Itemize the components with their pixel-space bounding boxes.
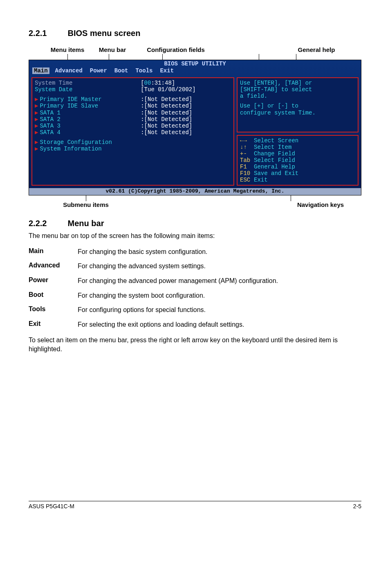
bios-tab-exit[interactable]: Exit [160, 67, 181, 74]
page-footer: ASUS P5G41C-M 2-5 [29, 503, 361, 509]
footer-rule [29, 501, 361, 501]
definition-term: Advanced [29, 262, 78, 271]
definition-term: Power [29, 276, 78, 285]
nav-key: F10 [240, 170, 254, 177]
nav-key: ESC [240, 177, 254, 183]
bios-tab-advanced[interactable]: Advanced [55, 67, 90, 74]
value-primary-ide-slave: :[Not Detected] [141, 103, 192, 109]
nav-text: Save and Exit [254, 170, 298, 177]
row-sata-1[interactable]: ▶SATA 1 [35, 110, 141, 116]
value-sata-3: :[Not Detected] [141, 123, 192, 129]
bios-title: BIOS SETUP UTILITY [29, 60, 361, 67]
submenu-arrow-icon: ▶ [35, 123, 38, 129]
bios-figure: Menu items Menu bar Configuration fields… [29, 46, 361, 208]
bios-tab-tools[interactable]: Tools [135, 67, 160, 74]
annotation-ticks-top [45, 54, 361, 60]
heading-title: BIOS menu screen [68, 29, 141, 38]
definition-term: Exit [29, 320, 78, 329]
bios-tab-power[interactable]: Power [90, 67, 114, 74]
nav-text: Change Field [254, 150, 295, 157]
heading-2-2-1: 2.2.1 BIOS menu screen [29, 29, 361, 38]
row-primary-ide-master[interactable]: ▶Primary IDE Master [35, 96, 141, 103]
help-line: Use [ENTER], [TAB] or [240, 80, 355, 86]
row-sata-3[interactable]: ▶SATA 3 [35, 123, 141, 129]
help-line: Use [+] or [-] to [240, 103, 355, 109]
nav-key: ←→ [240, 137, 254, 144]
label-system-time: System Time [35, 80, 141, 86]
submenu-arrow-icon: ▶ [35, 139, 38, 146]
annotation-submenu-items: Submenu items [45, 201, 127, 208]
heading-2-2-2: 2.2.2 Menu bar [29, 219, 361, 228]
definition-desc: For changing the advanced system setting… [78, 262, 361, 271]
definition-desc: For changing the basic system configurat… [78, 247, 361, 256]
value-primary-ide-master: :[Not Detected] [141, 96, 192, 103]
definition-row: Advanced For changing the advanced syste… [29, 259, 361, 274]
annotation-general-help: General help [271, 46, 361, 53]
nav-key: ↓↑ [240, 144, 254, 150]
help-line: configure system Time. [240, 110, 355, 116]
nav-text: Exit [254, 177, 268, 183]
bios-body: System Time [00:31:48] System Date [Tue … [29, 75, 361, 188]
submenu-arrow-icon: ▶ [35, 146, 38, 152]
annotation-menu-items: Menu items [45, 46, 90, 53]
label-system-date: System Date [35, 86, 141, 93]
bios-screen: BIOS SETUP UTILITY Main Advanced Power B… [29, 60, 361, 195]
row-sata-4[interactable]: ▶SATA 4 [35, 129, 141, 136]
bios-main-panel: System Time [00:31:48] System Date [Tue … [31, 77, 234, 186]
nav-text: Select Item [254, 144, 291, 150]
nav-key: Tab [240, 157, 254, 164]
annotation-config-fields: Configuration fields [135, 46, 217, 53]
submenu-arrow-icon: ▶ [35, 129, 38, 136]
help-line: [SHIFT-TAB] to select [240, 86, 355, 93]
bios-copyright-footer: v02.61 (C)Copyright 1985-2009, American … [29, 188, 361, 195]
definition-desc: For changing the advanced power manageme… [78, 276, 361, 285]
menu-bar-definitions: Main For changing the basic system confi… [29, 245, 361, 332]
definition-term: Tools [29, 305, 78, 314]
nav-key: F1 [240, 164, 254, 170]
footer-left: ASUS P5G41C-M [29, 503, 74, 509]
nav-key: +- [240, 150, 254, 157]
definition-row: Power For changing the advanced power ma… [29, 274, 361, 288]
bios-right-column: Use [ENTER], [TAB] or [SHIFT-TAB] to sel… [237, 77, 359, 186]
submenu-arrow-icon: ▶ [35, 116, 38, 123]
submenu-arrow-icon: ▶ [35, 96, 38, 103]
value-system-date[interactable]: [Tue 01/08/2002] [141, 86, 195, 93]
row-primary-ide-slave[interactable]: ▶Primary IDE Slave [35, 103, 141, 109]
annotation-row-top: Menu items Menu bar Configuration fields… [45, 46, 361, 53]
document-page: 2.2.1 BIOS menu screen Menu items Menu b… [0, 0, 390, 522]
annotation-menu-bar: Menu bar [90, 46, 135, 53]
value-system-time[interactable]: [00:31:48] [141, 80, 175, 86]
nav-text: General Help [254, 164, 295, 170]
annotation-nav-keys: Navigation keys [280, 201, 361, 208]
bios-tab-main[interactable]: Main [32, 67, 49, 74]
annotation-row-bottom: Submenu items Navigation keys [45, 201, 361, 208]
definition-desc: For selecting the exit options and loadi… [78, 320, 361, 329]
value-sata-1: :[Not Detected] [141, 110, 192, 116]
bios-menu-bar: Main Advanced Power Boot Tools Exit [29, 67, 361, 75]
definition-term: Main [29, 247, 78, 256]
heading-number: 2.2.2 [29, 219, 65, 228]
value-sata-2: :[Not Detected] [141, 116, 192, 123]
help-line: a field. [240, 93, 355, 99]
value-sata-4: :[Not Detected] [141, 129, 192, 136]
row-storage-configuration[interactable]: ▶Storage Configuration [35, 139, 141, 146]
bios-general-help-panel: Use [ENTER], [TAB] or [SHIFT-TAB] to sel… [237, 77, 359, 132]
footer-right: 2-5 [353, 503, 361, 509]
definition-term: Boot [29, 291, 78, 300]
definition-desc: For changing the system boot configurati… [78, 291, 361, 300]
annotation-ticks-bottom [45, 195, 361, 200]
definition-row: Exit For selecting the exit options and … [29, 317, 361, 332]
bios-tab-boot[interactable]: Boot [114, 67, 136, 74]
submenu-arrow-icon: ▶ [35, 110, 38, 116]
definition-desc: For configuring options for special func… [78, 305, 361, 314]
nav-text: Select Screen [254, 137, 298, 144]
bios-nav-keys-panel: ←→Select Screen ↓↑Select Item +-Change F… [237, 135, 359, 186]
definition-row: Main For changing the basic system confi… [29, 245, 361, 259]
heading-number: 2.2.1 [29, 29, 65, 38]
row-system-information[interactable]: ▶System Information [35, 146, 141, 152]
row-sata-2[interactable]: ▶SATA 2 [35, 116, 141, 123]
definition-row: Tools For configuring options for specia… [29, 303, 361, 317]
definition-row: Boot For changing the system boot config… [29, 288, 361, 303]
submenu-arrow-icon: ▶ [35, 103, 38, 109]
nav-text: Select Field [254, 157, 295, 164]
